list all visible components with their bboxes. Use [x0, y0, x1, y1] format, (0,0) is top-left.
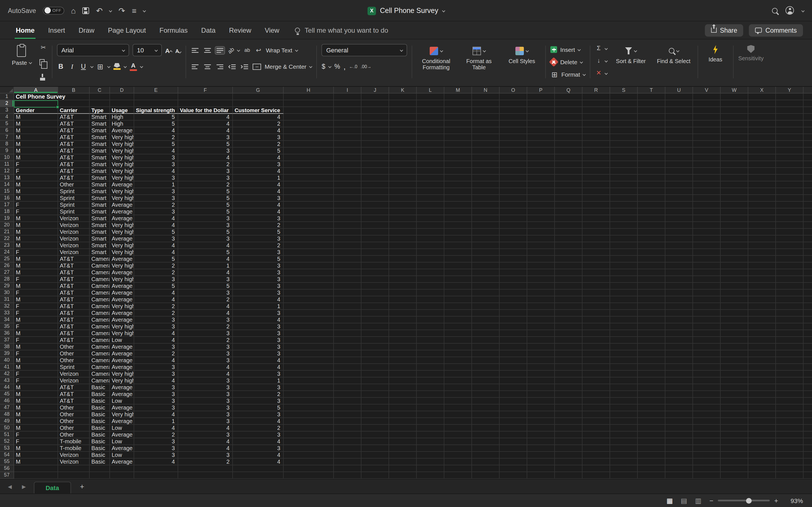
cell-Z9[interactable]: [804, 148, 812, 154]
cell-F43[interactable]: 3: [178, 378, 233, 384]
cell-C10[interactable]: Smart: [90, 154, 110, 161]
cell-M8[interactable]: [444, 141, 472, 148]
tab-data[interactable]: Data: [195, 21, 222, 39]
cell-K41[interactable]: [389, 364, 417, 371]
cell-B16[interactable]: Sprint: [58, 195, 90, 202]
cell-Y31[interactable]: [776, 296, 804, 303]
cell-O15[interactable]: [500, 188, 527, 195]
cell-T24[interactable]: [638, 249, 665, 256]
cell-A32[interactable]: F: [14, 303, 58, 310]
cell-G44[interactable]: 3: [233, 384, 284, 391]
cell-O18[interactable]: [500, 209, 527, 215]
cell-G2[interactable]: [233, 100, 284, 107]
cell-O7[interactable]: [500, 134, 527, 141]
cell-S33[interactable]: [610, 310, 638, 317]
cell-P46[interactable]: [527, 398, 555, 404]
cell-L5[interactable]: [417, 121, 444, 127]
cell-L24[interactable]: [417, 249, 444, 256]
share-button[interactable]: Share: [705, 24, 743, 36]
cell-D48[interactable]: Very high: [110, 411, 134, 418]
cell-Q21[interactable]: [555, 229, 582, 235]
cell-P14[interactable]: [527, 181, 555, 188]
cell-X20[interactable]: [748, 222, 776, 229]
cell-O43[interactable]: [500, 378, 527, 384]
cell-O2[interactable]: [500, 100, 527, 107]
cell-J13[interactable]: [361, 175, 389, 181]
cell-A47[interactable]: M: [14, 404, 58, 411]
format-button[interactable]: ⊞ Format: [551, 69, 585, 79]
cell-V36[interactable]: [693, 330, 721, 337]
cell-Z1[interactable]: [804, 94, 812, 100]
home-icon[interactable]: ⌂: [71, 6, 76, 14]
cell-P20[interactable]: [527, 222, 555, 229]
cell-S47[interactable]: [610, 404, 638, 411]
cell-L31[interactable]: [417, 296, 444, 303]
cell-T54[interactable]: [638, 452, 665, 459]
cell-Q54[interactable]: [555, 452, 582, 459]
cell-B42[interactable]: Verizon: [58, 371, 90, 378]
cell-U13[interactable]: [665, 175, 693, 181]
cell-B37[interactable]: AT&T: [58, 337, 90, 344]
cell-U5[interactable]: [665, 121, 693, 127]
cell-L41[interactable]: [417, 364, 444, 371]
cell-I48[interactable]: [334, 411, 361, 418]
row-header-28[interactable]: 28: [0, 276, 14, 283]
cell-B45[interactable]: AT&T: [58, 391, 90, 398]
cell-L6[interactable]: [417, 127, 444, 134]
cell-X7[interactable]: [748, 134, 776, 141]
cell-S10[interactable]: [610, 154, 638, 161]
cell-S11[interactable]: [610, 161, 638, 168]
wrap-text-button[interactable]: Wrap Text: [266, 47, 292, 54]
cell-G30[interactable]: 3: [233, 290, 284, 296]
cell-X23[interactable]: [748, 242, 776, 249]
sheet-tab-data[interactable]: Data: [34, 482, 71, 494]
cell-I7[interactable]: [334, 134, 361, 141]
cell-A8[interactable]: M: [14, 141, 58, 148]
cell-U27[interactable]: [665, 269, 693, 276]
cell-B57[interactable]: [58, 472, 90, 479]
column-header-P[interactable]: P: [527, 87, 555, 94]
cell-L44[interactable]: [417, 384, 444, 391]
cell-T37[interactable]: [638, 337, 665, 344]
cell-R8[interactable]: [582, 141, 610, 148]
clear-button[interactable]: ✕: [595, 68, 607, 78]
tab-home[interactable]: Home: [9, 21, 42, 39]
cell-K42[interactable]: [389, 371, 417, 378]
cell-D15[interactable]: Very high: [110, 188, 134, 195]
cell-Y1[interactable]: [776, 94, 804, 100]
cell-M28[interactable]: [444, 276, 472, 283]
row-header-27[interactable]: 27: [0, 269, 14, 276]
cell-U8[interactable]: [665, 141, 693, 148]
cell-Z54[interactable]: [804, 452, 812, 459]
cell-G10[interactable]: 4: [233, 154, 284, 161]
cell-K10[interactable]: [389, 154, 417, 161]
cut-icon[interactable]: ✂: [40, 45, 47, 51]
cell-I43[interactable]: [334, 378, 361, 384]
cell-J42[interactable]: [361, 371, 389, 378]
cell-F32[interactable]: 4: [178, 303, 233, 310]
cell-H38[interactable]: [284, 344, 334, 350]
cell-H5[interactable]: [284, 121, 334, 127]
cell-F49[interactable]: 3: [178, 418, 233, 425]
column-header-E[interactable]: E: [134, 87, 178, 94]
cell-A38[interactable]: M: [14, 344, 58, 350]
cell-C40[interactable]: Camera: [90, 357, 110, 364]
fill-color-icon[interactable]: [113, 63, 121, 70]
cell-J48[interactable]: [361, 411, 389, 418]
cell-O51[interactable]: [500, 432, 527, 438]
cell-C27[interactable]: Camera: [90, 269, 110, 276]
cell-S29[interactable]: [610, 283, 638, 290]
cell-G13[interactable]: 1: [233, 175, 284, 181]
cell-A39[interactable]: F: [14, 350, 58, 357]
cell-S31[interactable]: [610, 296, 638, 303]
cell-U51[interactable]: [665, 432, 693, 438]
cell-Y25[interactable]: [776, 256, 804, 263]
cell-A50[interactable]: M: [14, 425, 58, 432]
cell-F45[interactable]: 3: [178, 391, 233, 398]
cell-Y15[interactable]: [776, 188, 804, 195]
cell-V8[interactable]: [693, 141, 721, 148]
cell-Y49[interactable]: [776, 418, 804, 425]
cell-C28[interactable]: Camera: [90, 276, 110, 283]
cell-V24[interactable]: [693, 249, 721, 256]
cell-W47[interactable]: [721, 404, 748, 411]
